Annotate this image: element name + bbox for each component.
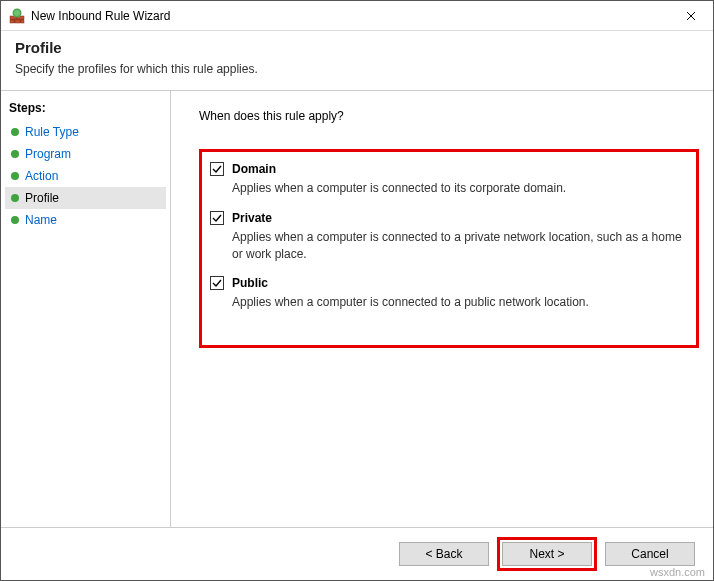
svg-rect-4 — [15, 20, 20, 23]
bullet-icon — [11, 216, 19, 224]
bullet-icon — [11, 194, 19, 202]
option-label: Public — [232, 276, 268, 290]
body: Steps: Rule Type Program Action Profile … — [1, 90, 713, 528]
page-title: Profile — [15, 39, 699, 56]
header: Profile Specify the profiles for which t… — [1, 31, 713, 90]
svg-rect-5 — [21, 20, 24, 23]
step-program[interactable]: Program — [5, 143, 166, 165]
checkbox-private[interactable] — [210, 211, 224, 225]
step-name[interactable]: Name — [5, 209, 166, 231]
wizard-window: New Inbound Rule Wizard Profile Specify … — [0, 0, 714, 581]
step-profile[interactable]: Profile — [5, 187, 166, 209]
bullet-icon — [11, 172, 19, 180]
step-label: Program — [25, 147, 71, 161]
back-button[interactable]: < Back — [399, 542, 489, 566]
next-button[interactable]: Next > — [502, 542, 592, 566]
prompt-text: When does this rule apply? — [199, 109, 699, 123]
checkbox-domain[interactable] — [210, 162, 224, 176]
option-desc: Applies when a computer is connected to … — [232, 180, 682, 197]
steps-title: Steps: — [5, 99, 166, 121]
titlebar: New Inbound Rule Wizard — [1, 1, 713, 31]
bullet-icon — [11, 128, 19, 136]
options-highlight-box: Domain Applies when a computer is connec… — [199, 149, 699, 348]
step-label: Profile — [25, 191, 59, 205]
steps-sidebar: Steps: Rule Type Program Action Profile … — [1, 91, 171, 527]
option-domain: Domain Applies when a computer is connec… — [210, 162, 682, 197]
step-label: Rule Type — [25, 125, 79, 139]
next-highlight-box: Next > — [497, 537, 597, 571]
option-private: Private Applies when a computer is conne… — [210, 211, 682, 263]
step-label: Action — [25, 169, 58, 183]
footer: < Back Next > Cancel — [1, 528, 713, 580]
cancel-button[interactable]: Cancel — [605, 542, 695, 566]
svg-rect-3 — [10, 20, 14, 23]
close-button[interactable] — [668, 1, 713, 30]
option-desc: Applies when a computer is connected to … — [232, 229, 682, 263]
watermark: wsxdn.com — [650, 566, 705, 578]
window-title: New Inbound Rule Wizard — [31, 9, 668, 23]
step-label: Name — [25, 213, 57, 227]
option-label: Domain — [232, 162, 276, 176]
checkbox-public[interactable] — [210, 276, 224, 290]
option-public: Public Applies when a computer is connec… — [210, 276, 682, 311]
firewall-icon — [9, 8, 25, 24]
step-rule-type[interactable]: Rule Type — [5, 121, 166, 143]
step-action[interactable]: Action — [5, 165, 166, 187]
main-panel: When does this rule apply? Domain Applie… — [171, 91, 713, 527]
svg-point-7 — [14, 10, 20, 16]
option-label: Private — [232, 211, 272, 225]
option-desc: Applies when a computer is connected to … — [232, 294, 682, 311]
page-subtitle: Specify the profiles for which this rule… — [15, 62, 699, 76]
bullet-icon — [11, 150, 19, 158]
